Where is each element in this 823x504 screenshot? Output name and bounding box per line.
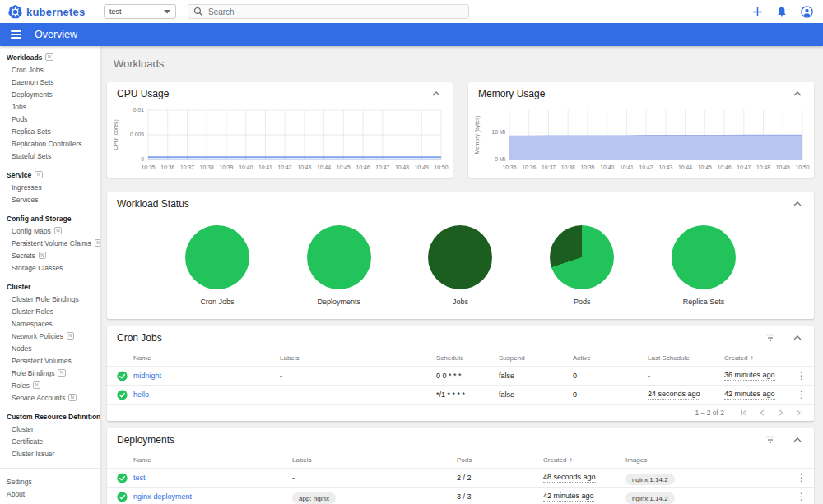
sort-arrow-icon: ↑ (750, 354, 753, 362)
sidebar-item-stateful-sets[interactable]: Stateful Sets (0, 150, 100, 162)
column-header-labels[interactable]: Labels (292, 456, 457, 464)
sidebar-group-header-service[interactable]: ServiceN (0, 169, 100, 181)
menu-button[interactable] (7, 27, 25, 42)
namespace-select[interactable]: test (104, 4, 176, 19)
column-header-schedule[interactable]: Schedule (436, 354, 499, 362)
cron-job-link-hello[interactable]: hello (133, 391, 149, 399)
notifications-button[interactable] (774, 4, 789, 19)
sidebar-item-daemon-sets[interactable]: Daemon Sets (0, 76, 100, 88)
column-header-created[interactable]: Created↑ (724, 354, 789, 362)
sidebar-item-service-accounts[interactable]: Service AccountsN (0, 391, 100, 404)
create-resource-button[interactable] (751, 5, 765, 19)
column-header-images[interactable]: Images (625, 456, 789, 464)
deployments-title: Deployments (117, 434, 750, 446)
sidebar-item-certificate[interactable]: Certificate (0, 435, 100, 447)
sidebar-item-persistent-volume-claims[interactable]: Persistent Volume ClaimsN (0, 237, 100, 249)
column-header-suspend[interactable]: Suspend (499, 354, 573, 362)
sidebar-item-persistent-volumes[interactable]: Persistent Volumes (0, 354, 100, 367)
sidebar-item-settings[interactable]: Settings (0, 475, 100, 488)
previous-page-button[interactable] (758, 409, 766, 417)
column-header-name[interactable]: Name (133, 456, 292, 464)
sidebar-group-header-cluster[interactable]: Cluster (0, 280, 100, 293)
header-actions (751, 4, 815, 20)
sidebar-item-deployments[interactable]: Deployments (0, 88, 100, 100)
status-chart-label: Jobs (453, 298, 468, 306)
sidebar-item-cluster-role-bindings[interactable]: Cluster Role Bindings (0, 293, 100, 305)
row-menu-button[interactable]: ⋮ (797, 390, 807, 400)
collapse-memory-card-button[interactable] (791, 90, 804, 98)
sidebar-item-secrets[interactable]: SecretsN (0, 249, 100, 261)
svg-text:0 Mi: 0 Mi (495, 156, 505, 162)
sidebar-group-header-custom-resource-definitions[interactable]: Custom Resource Definitions (0, 410, 100, 423)
column-header-active[interactable]: Active (573, 354, 648, 362)
column-header-last-schedule[interactable]: Last Schedule (648, 354, 724, 362)
sidebar-item-config-maps[interactable]: Config MapsN (0, 224, 100, 237)
next-page-button[interactable] (777, 409, 785, 417)
last-page-button[interactable] (796, 409, 804, 417)
deployment-link-nginx-deployment[interactable]: nginx-deployment (133, 492, 192, 501)
sidebar-item-jobs[interactable]: Jobs (0, 100, 100, 113)
column-header-created[interactable]: Created↑ (543, 456, 625, 464)
sidebar-item-roles[interactable]: RolesN (0, 379, 100, 391)
svg-text:0: 0 (141, 156, 144, 162)
collapse-status-card-button[interactable] (791, 200, 804, 208)
sidebar-item-label: Role Bindings (12, 369, 54, 377)
workload-status-title: Workload Status (117, 198, 778, 210)
cron-jobs-filter-button[interactable] (763, 332, 778, 344)
sidebar-item-nodes[interactable]: Nodes (0, 342, 100, 354)
svg-text:10:45: 10:45 (337, 164, 351, 170)
search-input[interactable] (208, 7, 463, 16)
search-box[interactable] (188, 4, 469, 19)
sidebar-item-replica-sets[interactable]: Replica Sets (0, 125, 100, 137)
cron-job-link-midnight[interactable]: midnight (133, 372, 161, 380)
sidebar-item-role-bindings[interactable]: Role BindingsN (0, 367, 100, 379)
deployment-link-test[interactable]: test (133, 474, 146, 482)
sidebar-item-cluster-issuer[interactable]: Cluster Issuer (0, 447, 100, 460)
top-header: kubernetes test (0, 0, 823, 23)
column-header-pods[interactable]: Pods (457, 456, 543, 464)
usage-charts-row: CPU Usage 10:3510:3610:3710:3810:3910:40… (107, 82, 814, 178)
sidebar-item-storage-classes[interactable]: Storage Classes (0, 261, 100, 274)
sidebar-item-cluster[interactable]: Cluster (0, 423, 100, 435)
namespaced-badge: N (68, 394, 76, 401)
sidebar-item-label: Ingresses (12, 183, 42, 192)
chevron-up-icon (793, 437, 802, 442)
sidebar-item-services[interactable]: Services (0, 193, 100, 206)
row-menu-button[interactable]: ⋮ (797, 492, 807, 502)
status-pie-cron-jobs (185, 225, 249, 289)
sidebar-item-pods[interactable]: Pods (0, 113, 100, 125)
row-menu-button[interactable]: ⋮ (797, 473, 807, 483)
table-cell: */1 * * * * (436, 391, 499, 399)
sidebar-item-label: Roles (12, 381, 30, 390)
sidebar-item-label: Cron Jobs (12, 66, 44, 74)
user-account-button[interactable] (799, 4, 815, 20)
namespaced-badge: N (39, 252, 46, 259)
status-ok-icon (117, 492, 133, 502)
sidebar-item-cluster-roles[interactable]: Cluster Roles (0, 305, 100, 317)
sidebar-item-label: Daemon Sets (12, 78, 54, 86)
sidebar-item-replication-controllers[interactable]: Replication Controllers (0, 137, 100, 150)
sidebar-item-label: Cluster Role Bindings (12, 295, 79, 303)
sidebar-group-header-workloads[interactable]: WorkloadsN (0, 51, 100, 63)
sidebar-item-about[interactable]: About (0, 488, 100, 500)
svg-text:10:48: 10:48 (395, 164, 409, 170)
collapse-cpu-card-button[interactable] (430, 90, 443, 98)
sidebar-item-label: Cluster Roles (12, 307, 53, 316)
collapse-cron-jobs-button[interactable] (791, 334, 804, 342)
sidebar-item-ingresses[interactable]: Ingresses (0, 181, 100, 193)
sidebar-item-namespaces[interactable]: Namespaces (0, 317, 100, 330)
kubernetes-brand[interactable]: kubernetes (8, 5, 92, 19)
deployments-filter-button[interactable] (763, 434, 778, 446)
images-cell: nginx:1.14.2 (625, 470, 675, 486)
svg-text:10:50: 10:50 (434, 164, 448, 170)
table-cell: 0 (573, 391, 648, 399)
first-page-button[interactable] (739, 409, 747, 417)
column-header-name[interactable]: Name (133, 354, 280, 362)
kubernetes-logo-icon (8, 5, 22, 19)
sidebar-group-header-config-and-storage[interactable]: Config and Storage (0, 212, 100, 224)
column-header-labels[interactable]: Labels (280, 354, 436, 362)
collapse-deployments-button[interactable] (791, 436, 804, 444)
row-menu-button[interactable]: ⋮ (797, 371, 807, 381)
sidebar-item-cron-jobs[interactable]: Cron Jobs (0, 63, 100, 76)
sidebar-item-network-policies[interactable]: Network PoliciesN (0, 330, 100, 342)
